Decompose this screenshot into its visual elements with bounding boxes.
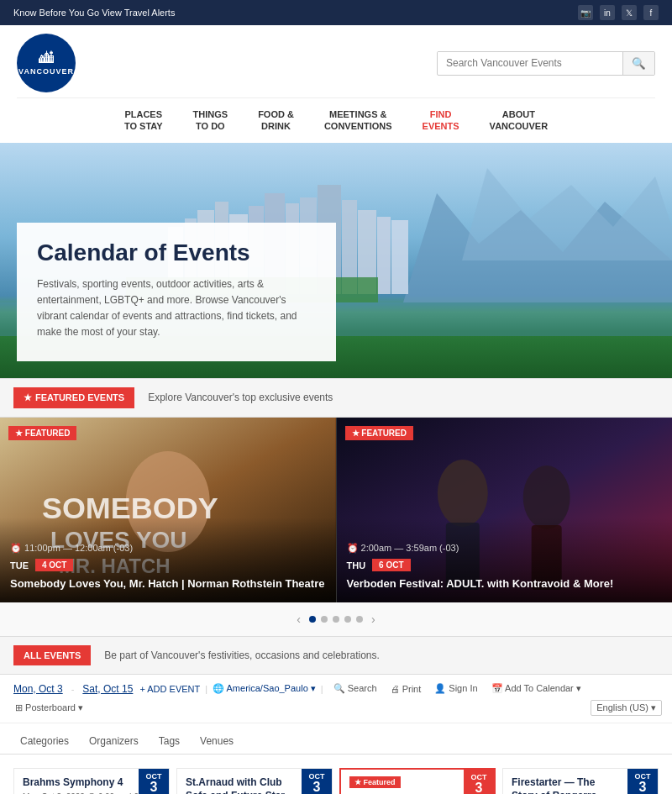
logo-circle: 🏙 VANCOUVER [17,34,76,92]
date-separator: - [71,684,75,694]
timezone-selector[interactable]: 🌐 America/Sao_Paulo ▾ [213,683,316,694]
featured-time-2: ⏰ 2:00am — 3:59am (-03) [347,543,663,554]
featured-section-header: ★ FEATURED EVENTS Explore Vancouver's to… [0,378,672,418]
carousel-dot-4[interactable] [344,616,351,623]
facebook-icon[interactable]: f [643,5,659,20]
carousel-next[interactable]: › [368,613,379,626]
search-bar: 🔍 [437,51,655,76]
featured-tag-verboden: ★ Featured [349,776,401,788]
tab-tags[interactable]: Tags [149,730,190,754]
logo[interactable]: 🏙 VANCOUVER [17,34,76,92]
featured-title-2: Verboden Festival: ADULT. with Kontravoi… [347,576,663,592]
featured-date-badge-1: 4 OCT [35,559,73,571]
featured-badge-1: ★ FEATURED [8,426,76,440]
carousel-dot-5[interactable] [356,616,363,623]
carousel-dot-1[interactable] [309,616,316,623]
featured-label-text: FEATURED EVENTS [35,392,124,402]
date-from-link[interactable]: Mon, Oct 3 [10,681,66,697]
event-filter-tabs: Categories Organizers Tags Venues [0,723,672,755]
date-to-link[interactable]: Sat, Oct 15 [79,681,136,697]
hero-description: Festivals, sporting events, outdoor acti… [37,276,316,341]
featured-time-1: ⏰ 11:00pm — 12:00am (-03) [10,543,326,554]
featured-label: ★ FEATURED EVENTS [13,387,134,408]
carousel-dot-2[interactable] [321,616,328,623]
nav-item-meetings[interactable]: MEETINGS &CONVENTIONS [309,98,407,143]
events-grid: OCT 3 MON Brahms Symphony 4 Mon Oct 3, 2… [0,755,672,794]
tab-categories[interactable]: Categories [10,730,79,754]
event-card-firestarter-body: OCT 3 MON Firestarter — The Story of Ban… [503,769,658,794]
events-toolbar: Mon, Oct 3 - Sat, Oct 15 + ADD EVENT | 🌐… [0,675,672,723]
tab-venues[interactable]: Venues [190,730,244,754]
toolbar-sep-1: | [205,684,207,694]
hero-overlay: Calendar of Events Festivals, sporting e… [17,223,336,361]
main-nav: PLACESTO STAY THINGSTO DO FOOD &DRINK ME… [17,97,655,143]
event-card-firestarter[interactable]: OCT 3 MON Firestarter — The Story of Ban… [502,768,659,794]
star-icon: ★ [24,392,32,403]
top-bar: Know Before You Go View Travel Alerts 📷 … [0,0,672,25]
all-events-section-header: ALL EVENTS Be part of Vancouver's festiv… [0,636,672,675]
featured-section-desc: Explore Vancouver's top exclusive events [148,392,333,403]
carousel-nav: ‹ › [0,602,672,636]
event-date-brahms: OCT 3 MON [139,769,169,794]
hero-title: Calendar of Events [37,239,316,266]
linkedin-icon[interactable]: in [600,5,615,20]
featured-title-1: Somebody Loves You, Mr. Hatch | Norman R… [10,576,326,592]
header: 🏙 VANCOUVER 🔍 PLACESTO STAY THINGSTO DO … [0,25,672,143]
instagram-icon[interactable]: 📷 [578,5,593,20]
featured-date-badge-2: 6 OCT [372,559,410,571]
add-event-button[interactable]: + ADD EVENT [139,684,200,694]
all-events-label: ALL EVENTS [13,645,91,665]
search-input[interactable] [438,52,622,74]
event-date-starnaud: OCT 3 MON [302,769,332,794]
search-button[interactable]: 🔍 Search [328,681,382,696]
logo-text: VANCOUVER [18,67,74,76]
carousel-dot-3[interactable] [333,616,339,623]
nav-item-about[interactable]: ABOUTVANCOUVER [475,98,563,143]
language-button[interactable]: English (US) ▾ [591,700,662,716]
print-button[interactable]: 🖨 Print [386,682,427,696]
signin-button[interactable]: 👤 Sign In [429,681,482,696]
featured-info-1: ⏰ 11:00pm — 12:00am (-03) TUE 4 OCT Some… [0,518,336,602]
top-bar-alert[interactable]: Know Before You Go View Travel Alerts [13,8,175,18]
event-card-starnaud[interactable]: OCT 3 MON St.Arnaud with Club Sofa and F… [176,768,333,794]
svg-rect-15 [377,217,391,294]
hero-banner: Calendar of Events Festivals, sporting e… [0,143,672,378]
toolbar-sep-2: | [321,684,323,694]
featured-card-1[interactable]: SOMEBODY LOVES YOU MR. HATCH ★ FEATURED … [0,418,337,602]
all-events-desc: Be part of Vancouver's festivities, occa… [104,649,380,661]
search-submit-button[interactable]: 🔍 [622,52,654,75]
featured-day-2: THU [347,560,366,571]
featured-info-2: ⏰ 2:00am — 3:59am (-03) THU 6 OCT Verbod… [337,518,673,602]
event-date-firestarter: OCT 3 MON [627,769,658,794]
social-icons: 📷 in 𝕏 f [578,5,659,20]
event-card-verboden-body: OCT 3 MON ★ Featured Verboden Festival: … [341,770,494,794]
nav-item-places[interactable]: PLACESTO STAY [109,98,178,143]
event-date-verboden: OCT 3 MON [464,770,494,794]
event-card-verboden[interactable]: OCT 3 MON ★ Featured Verboden Festival: … [339,768,496,794]
twitter-icon[interactable]: 𝕏 [622,5,637,20]
featured-card-2[interactable]: ★ FEATURED ⏰ 2:00am — 3:59am (-03) THU 6… [337,418,673,602]
carousel-prev[interactable]: ‹ [293,613,304,626]
nav-item-find-events[interactable]: FINDEVENTS [407,98,475,143]
featured-day-1: TUE [10,560,29,571]
nav-item-things[interactable]: THINGSTO DO [178,98,244,143]
svg-point-25 [437,460,487,527]
tab-organizers[interactable]: Organizers [79,730,149,754]
nav-item-food[interactable]: FOOD &DRINK [243,98,309,143]
event-card-starnaud-body: OCT 3 MON St.Arnaud with Club Sofa and F… [177,769,332,794]
event-card-brahms[interactable]: OCT 3 MON Brahms Symphony 4 Mon Oct 3, 2… [13,768,170,794]
logo-skyline-icon: 🏙 [39,50,54,66]
posterboard-button[interactable]: ⊞ Posterboard ▾ [10,701,88,715]
featured-events-container: SOMEBODY LOVES YOU MR. HATCH ★ FEATURED … [0,418,672,602]
add-to-calendar-button[interactable]: 📅 Add To Calendar ▾ [486,681,586,696]
svg-rect-16 [391,220,408,294]
featured-badge-2: ★ FEATURED [345,426,413,440]
event-card-brahms-body: OCT 3 MON Brahms Symphony 4 Mon Oct 3, 2… [14,769,169,794]
